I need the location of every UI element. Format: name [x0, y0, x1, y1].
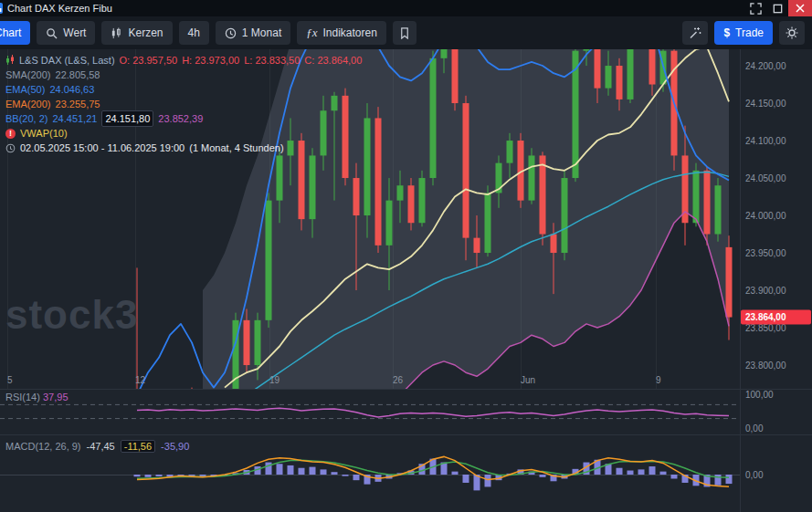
chart-type-label: Kerzen: [128, 26, 163, 39]
settings-button[interactable]: [779, 21, 805, 45]
candle: [364, 118, 371, 215]
close-button[interactable]: [788, 0, 812, 16]
legend-ema200-row[interactable]: EMA(200) 23.255,75: [5, 97, 362, 111]
macd-histogram-bar: [485, 475, 491, 486]
candle: [310, 155, 316, 219]
bookmark-button[interactable]: [393, 21, 417, 45]
rsi-label: RSI(14): [5, 392, 40, 402]
macd-histogram-bar: [321, 469, 327, 475]
legend-symbol-row[interactable]: L&S DAX (L&S, Last) O: 23.957,50 H: 23.9…: [5, 53, 362, 68]
legend-sma200-row[interactable]: SMA(200) 22.805,58: [5, 68, 362, 82]
symbol-search-button[interactable]: Wert: [37, 21, 95, 45]
macd-histogram-bar: [266, 463, 272, 475]
bb-upper-value: 24.451,21: [52, 111, 97, 126]
trade-label: Trade: [735, 26, 764, 39]
rsi-legend[interactable]: RSI(14) 37,95: [5, 392, 69, 402]
candle: [189, 402, 195, 440]
interval-button[interactable]: 4h: [179, 21, 209, 45]
candle: [726, 247, 733, 318]
candle: [540, 155, 546, 234]
candle: [375, 118, 382, 245]
candle: [463, 103, 469, 238]
legend-vwap-row[interactable]: ! VWAP(10): [5, 126, 362, 141]
vwap-label: VWAP(10): [20, 126, 68, 141]
fx-icon: ƒx: [306, 26, 317, 40]
legend-ema50-row[interactable]: EMA(50) 24.046,63: [5, 82, 362, 97]
macd-histogram-bar: [617, 468, 623, 475]
macd-histogram-bar: [277, 464, 283, 475]
macd-label: MACD(12, 26, 9): [5, 441, 81, 452]
stock3-watermark: stock3: [5, 292, 138, 338]
legend-bb-row[interactable]: BB(20, 2) 24.451,21 24.151,80 23.852,39: [5, 111, 362, 126]
time-range-label: 1 Monat: [242, 26, 281, 39]
range-mode: (1 Monat, 4 Stunden): [189, 141, 283, 155]
svg-text:24.100,00: 24.100,00: [745, 136, 786, 146]
macd-value-1: -47,45: [87, 441, 115, 452]
interval-label: 4h: [188, 26, 200, 39]
magic-wand-icon: [689, 26, 701, 39]
svg-text:23.864,00: 23.864,00: [745, 312, 786, 322]
macd-histogram-bar: [463, 475, 469, 483]
maximize-button[interactable]: [766, 0, 788, 16]
trade-button[interactable]: $ Trade: [714, 21, 773, 45]
chart-area[interactable]: 24.200,0024.150,0024.100,0024.050,0024.0…: [0, 49, 812, 512]
symbol-name: L&S DAX (L&S, Last): [19, 53, 115, 68]
ohlc-open: O: 23.957,50: [120, 53, 178, 68]
bb-mid-value: 24.151,80: [101, 110, 153, 127]
candle: [485, 193, 491, 253]
macd-histogram-bar: [715, 475, 722, 486]
titlebar: Chart DAX Kerzen Fibu: [0, 0, 812, 16]
macd-value-3: -35,90: [161, 441, 189, 452]
time-range-button[interactable]: 1 Monat: [216, 21, 290, 45]
candle: [584, 49, 590, 51]
candle: [441, 49, 448, 58]
candlestick-type-icon: [111, 27, 122, 39]
candle: [606, 66, 612, 89]
indicators-button[interactable]: ƒx Indikatoren: [297, 21, 386, 45]
ohlc-high: H: 23.973,00: [182, 53, 239, 68]
candle: [266, 201, 272, 320]
ema200-value: 23.255,75: [56, 97, 100, 111]
macd-histogram-bar: [332, 472, 338, 475]
macd-histogram-bar: [145, 475, 152, 477]
candle: [715, 185, 722, 234]
candle: [617, 66, 623, 99]
window-controls: [744, 0, 812, 16]
candle: [353, 178, 360, 215]
chart-window-icon: [0, 3, 3, 14]
candle: [507, 141, 513, 163]
svg-text:23.800,00: 23.800,00: [745, 360, 786, 371]
candle: [255, 320, 261, 365]
chart-button-label: Chart: [0, 26, 21, 39]
svg-text:12: 12: [135, 375, 146, 385]
fullscreen-button[interactable]: [744, 0, 766, 16]
ema50-value: 24.046,63: [49, 82, 94, 97]
candle: [244, 320, 250, 365]
candle: [551, 235, 557, 254]
clock-icon: [5, 143, 16, 153]
candle: [397, 185, 404, 200]
svg-text:0,00: 0,00: [745, 470, 764, 480]
ema200-label: EMA(200): [5, 97, 51, 111]
macd-histogram-bar: [627, 471, 634, 475]
candle: [156, 455, 163, 469]
symbol-search-label: Wert: [63, 26, 86, 39]
ohlc-close: C: 23.864,00: [304, 53, 362, 68]
svg-text:100,00: 100,00: [745, 390, 774, 400]
search-icon: [46, 27, 58, 39]
chart-type-button[interactable]: Kerzen: [101, 21, 172, 45]
gear-icon: [786, 26, 798, 39]
macd-value-2: -11,56: [121, 440, 155, 453]
svg-text:23.900,00: 23.900,00: [745, 286, 786, 296]
chart-view-button[interactable]: Chart: [0, 21, 30, 45]
dollar-icon: $: [723, 26, 730, 39]
magic-wand-button[interactable]: [682, 21, 708, 45]
rsi-panel: 100,000,00: [0, 390, 774, 434]
macd-legend[interactable]: MACD(12, 26, 9) -47,45 -11,56 -35,90: [5, 440, 189, 453]
candlestick-icon: [5, 55, 15, 66]
svg-text:19: 19: [269, 375, 280, 385]
candle: [419, 178, 426, 223]
bookmark-icon: [399, 27, 410, 39]
svg-text:26: 26: [393, 375, 404, 385]
macd-histogram-bar: [299, 468, 305, 475]
